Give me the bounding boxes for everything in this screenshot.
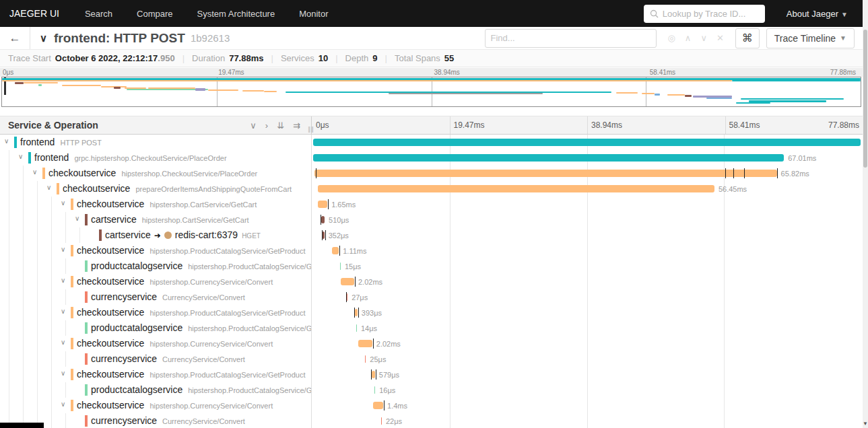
span-row-label-cell[interactable]: productcatalogservicehipstershop.Product… — [0, 382, 312, 398]
span-row-label-cell[interactable]: ∨checkoutserviceprepareOrderItemsAndShip… — [0, 181, 312, 197]
span-row-timeline-cell: 27μs — [313, 289, 861, 305]
span-row-label-cell[interactable]: ∨checkoutservicehipstershop.CurrencyServ… — [0, 336, 312, 351]
span-row-label-cell[interactable]: currencyserviceCurrencyService/Convert — [0, 351, 312, 367]
clear-search-icon[interactable]: ✕ — [716, 33, 724, 43]
row-expand-chevron-icon[interactable]: ∨ — [75, 215, 79, 222]
tree-indent-guide — [65, 351, 66, 367]
span-duration-label: 1.65ms — [331, 201, 356, 209]
span-row-label-cell[interactable]: ∨checkoutservicehipstershop.ProductCatal… — [0, 305, 312, 320]
span-bar[interactable] — [356, 324, 357, 332]
span-bar[interactable] — [322, 231, 324, 239]
span-duration-label: 67.01ms — [788, 154, 816, 162]
timeline-minimap[interactable] — [1, 77, 861, 107]
view-selector-button[interactable]: Trace Timeline▼ — [766, 28, 855, 48]
expand-all-icon[interactable]: ⇉ — [293, 120, 300, 131]
panel-resize-handle[interactable]: ∥∥ — [308, 126, 314, 133]
row-expand-chevron-icon[interactable]: ∨ — [61, 277, 65, 284]
span-bar[interactable] — [374, 386, 375, 394]
span-bar[interactable] — [318, 201, 327, 208]
minimap-span-segment — [389, 93, 543, 94]
span-row-label-cell[interactable]: productcatalogservicehipstershop.Product… — [0, 258, 312, 274]
row-expand-chevron-icon[interactable]: ∨ — [32, 168, 37, 176]
span-bar[interactable] — [355, 309, 358, 316]
scope-icon[interactable]: ◎ — [668, 33, 675, 43]
row-expand-chevron-icon[interactable]: ∨ — [46, 184, 51, 191]
span-bar[interactable] — [341, 278, 354, 285]
next-result-icon[interactable]: ∨ — [700, 33, 707, 43]
span-bar[interactable] — [340, 262, 341, 270]
scrollbar-down-arrow[interactable]: ▼ — [863, 420, 868, 428]
operation-name: HTTP POST — [60, 139, 102, 147]
span-name: checkoutservicehipstershop.CurrencyServi… — [77, 400, 273, 411]
find-input[interactable] — [491, 33, 650, 43]
span-row-label-cell[interactable]: ∨checkoutservicehipstershop.CartService/… — [0, 197, 312, 212]
about-jaeger-menu[interactable]: About Jaeger▼ — [787, 9, 848, 19]
collapse-all-icon[interactable]: ⇊ — [277, 120, 284, 131]
minimap-span-segment — [732, 80, 861, 81]
row-expand-chevron-icon[interactable]: ∨ — [61, 246, 65, 253]
span-name: productcatalogservicehipstershop.Product… — [91, 384, 312, 395]
nav-item-compare[interactable]: Compare — [137, 9, 172, 19]
span-bar[interactable] — [373, 402, 383, 409]
row-expand-chevron-icon[interactable]: ∨ — [61, 308, 65, 315]
row-expand-chevron-icon[interactable]: ∨ — [61, 338, 65, 346]
span-row-label-cell[interactable]: ∨checkoutservicehipstershop.CheckoutServ… — [0, 166, 312, 181]
span-row-label-cell[interactable]: currencyserviceCurrencyService/Convert — [0, 289, 312, 305]
expand-one-icon[interactable]: › — [265, 120, 268, 131]
row-expand-chevron-icon[interactable]: ∨ — [61, 369, 65, 377]
span-log-tick — [322, 230, 323, 240]
span-bar[interactable] — [314, 170, 776, 177]
row-expand-chevron-icon[interactable]: ∨ — [4, 137, 9, 145]
span-row-label-cell[interactable]: ∨frontendHTTP POST — [0, 135, 312, 150]
trace-lookup[interactable] — [644, 5, 765, 23]
find-box[interactable] — [485, 29, 657, 48]
span-log-tick — [384, 400, 385, 411]
span-bar[interactable] — [381, 417, 382, 425]
span-row: cartservice➜redis-cart:6379HGET352μs — [0, 227, 863, 243]
brand-jaeger-ui[interactable]: JAEGER UI — [0, 8, 73, 19]
trace-collapse-chevron[interactable]: ∨ — [40, 32, 47, 44]
service-color-bar — [57, 183, 59, 194]
span-row-label-cell[interactable]: ∨frontendgrpc.hipstershop.CheckoutServic… — [0, 150, 312, 166]
tree-indent-guide — [9, 289, 9, 305]
scrollbar-thumb[interactable] — [863, 30, 867, 168]
service-color-bar — [42, 168, 45, 179]
span-row-label-cell[interactable]: productcatalogservicehipstershop.Product… — [0, 320, 312, 336]
prev-result-icon[interactable]: ∧ — [685, 33, 692, 43]
span-bar[interactable] — [318, 185, 714, 192]
service-name: checkoutservice — [77, 199, 144, 209]
span-row-label-cell[interactable]: ∨checkoutservicehipstershop.CurrencyServ… — [0, 398, 312, 413]
row-expand-chevron-icon[interactable]: ∨ — [61, 400, 65, 408]
trace-lookup-input[interactable] — [663, 9, 759, 19]
span-row: ∨frontendHTTP POST — [0, 135, 863, 150]
service-color-bar — [71, 307, 73, 318]
span-bar[interactable] — [358, 340, 372, 347]
back-button[interactable]: ← — [0, 27, 30, 49]
span-row-label-cell[interactable]: ∨checkoutservicehipstershop.CurrencyServ… — [0, 274, 312, 289]
span-bar[interactable] — [365, 355, 366, 363]
jaeger-trace-page: JAEGER UI SearchCompareSystem Architectu… — [0, 0, 868, 428]
keyboard-shortcuts-button[interactable]: ⌘ — [735, 28, 760, 48]
span-duration-label: 56.45ms — [719, 185, 747, 193]
nav-item-search[interactable]: Search — [85, 9, 112, 19]
collapse-one-icon[interactable]: ∨ — [250, 120, 257, 131]
span-row-label-cell[interactable]: ∨checkoutservicehipstershop.ProductCatal… — [0, 243, 312, 258]
span-row-label-cell[interactable]: currencyserviceCurrencyService/Convert — [0, 413, 312, 428]
span-bar[interactable] — [332, 247, 339, 254]
nav-item-system-architecture[interactable]: System Architecture — [197, 9, 275, 19]
span-bar[interactable] — [313, 139, 861, 146]
span-log-tick — [321, 215, 321, 225]
span-log-tick — [346, 292, 347, 302]
span-bar[interactable] — [321, 216, 325, 223]
span-bar[interactable] — [372, 371, 375, 378]
span-bar[interactable] — [313, 154, 784, 162]
nav-item-monitor[interactable]: Monitor — [299, 9, 328, 19]
span-row-label-cell[interactable]: ∨cartservicehipstershop.CartService/GetC… — [0, 212, 312, 227]
span-row-label-cell[interactable]: ∨checkoutservicehipstershop.ProductCatal… — [0, 367, 312, 382]
span-row-label-cell[interactable]: cartservice➜redis-cart:6379HGET — [0, 227, 312, 243]
vertical-scrollbar[interactable]: ▼ — [863, 0, 868, 428]
span-log-tick — [354, 308, 355, 318]
row-expand-chevron-icon[interactable]: ∨ — [18, 153, 23, 160]
row-expand-chevron-icon[interactable]: ∨ — [61, 199, 65, 207]
minimap-span-segment — [655, 94, 660, 96]
